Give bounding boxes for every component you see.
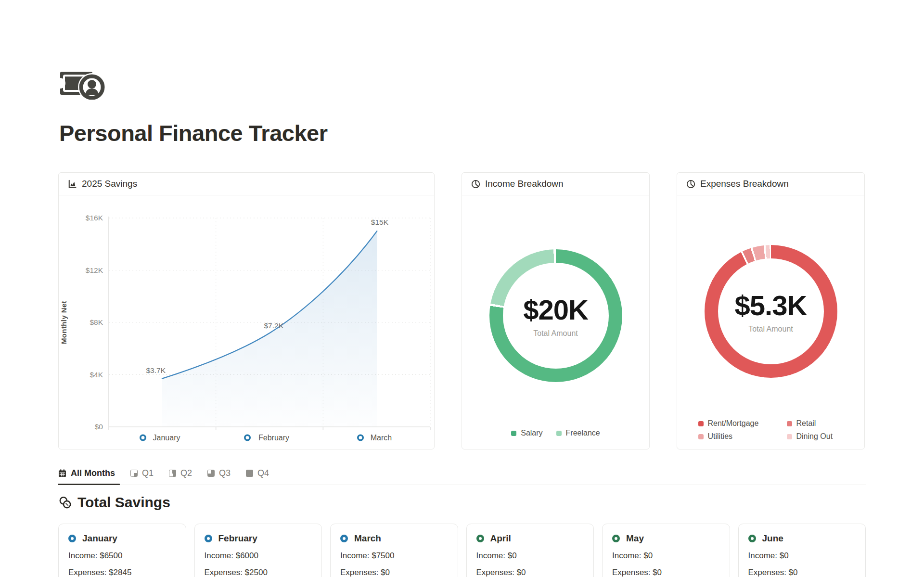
month-card-title: March — [340, 533, 448, 544]
month-name: May — [626, 533, 644, 544]
month-card-june[interactable]: June Income: $0 Expenses: $0 Net: $0 — [738, 524, 866, 577]
month-marker-icon — [340, 535, 348, 542]
tab-q4[interactable]: Q4 — [246, 465, 270, 485]
income-line: Income: $0 — [612, 551, 720, 561]
legend-label: Salary — [521, 429, 542, 437]
retail-swatch-icon — [787, 421, 792, 426]
tab-all-months[interactable]: All Months — [58, 465, 116, 485]
charts-row: 2025 Savings — [58, 172, 866, 449]
income-donut-center: $20K Total Amount — [489, 249, 622, 382]
month-card-march[interactable]: March Income: $7500 Expenses: $0 Net: $7… — [330, 524, 458, 577]
page: Personal Finance Tracker 2025 Savings — [58, 0, 866, 577]
income-donut-wrap: $20K Total Amount — [489, 249, 622, 382]
tab-q2[interactable]: Q2 — [169, 465, 193, 485]
point-label-january: $3.7K — [146, 366, 166, 374]
banknote-portrait-icon — [60, 67, 108, 100]
legend-item-dining[interactable]: Dining Out — [787, 432, 844, 441]
pie-chart-icon — [471, 180, 480, 189]
expenses-line: Expenses: $0 — [476, 568, 584, 577]
legend-label: Rent/Mortgage — [708, 419, 759, 428]
month-marker-icon — [205, 535, 212, 542]
legend-label: Freelance — [566, 429, 600, 437]
area-chart-icon — [68, 180, 77, 189]
savings-chart-card: 2025 Savings — [58, 172, 435, 449]
tab-q3[interactable]: Q3 — [207, 465, 231, 485]
income-line: Income: $0 — [748, 551, 856, 561]
income-legend: Salary Freelance — [462, 429, 649, 437]
tab-label: Q2 — [180, 468, 192, 478]
y-axis-label: Monthly Net — [60, 301, 68, 344]
march-marker-icon — [358, 435, 363, 440]
legend-label: Utilities — [708, 432, 733, 441]
income-line: Income: $6500 — [68, 551, 176, 561]
x-axis-labels: January February March — [141, 434, 392, 442]
month-card-may[interactable]: May Income: $0 Expenses: $0 Net: $0 — [602, 524, 730, 577]
legend-item-utilities[interactable]: Utilities — [698, 432, 787, 441]
utilities-swatch-icon — [698, 434, 704, 439]
quarter-4-icon — [246, 470, 253, 477]
filter-tabs: All Months Q1 Q2 Q3 Q4 — [58, 465, 866, 485]
month-marker-icon — [68, 535, 76, 542]
month-name: January — [82, 533, 117, 544]
legend-item-salary[interactable]: Salary — [511, 429, 542, 437]
y-tick: $0 — [95, 423, 103, 431]
tab-label: Q4 — [257, 468, 269, 478]
month-name: April — [490, 533, 511, 544]
expenses-card-title: Expenses Breakdown — [700, 179, 789, 189]
expenses-donut-wrap: $5.3K Total Amount — [705, 245, 837, 378]
expenses-line: Expenses: $2845 — [68, 568, 176, 577]
expenses-line: Expenses: $2500 — [205, 568, 312, 577]
x-label-february: February — [258, 434, 289, 442]
pie-chart-icon — [686, 180, 695, 189]
expenses-breakdown-card: Expenses Breakdown $5.3K Total Amount Re… — [677, 172, 865, 449]
expenses-donut-center: $5.3K Total Amount — [705, 245, 837, 378]
month-card-february[interactable]: February Income: $6000 Expenses: $2500 N… — [194, 524, 322, 577]
coins-icon — [59, 496, 72, 509]
expenses-line: Expenses: $0 — [340, 568, 448, 577]
legend-item-freelance[interactable]: Freelance — [556, 429, 600, 437]
y-tick: $8K — [90, 318, 103, 326]
tab-label: All Months — [71, 468, 115, 478]
savings-line-chart[interactable]: $16K $12K $8K $4K $0 Monthly Net $3.7K $… — [59, 195, 434, 449]
expenses-total: $5.3K — [735, 289, 807, 321]
legend-label: Retail — [796, 419, 816, 428]
income-card-title: Income Breakdown — [485, 179, 564, 189]
calendar-icon — [58, 469, 66, 477]
expenses-line: Expenses: $0 — [748, 568, 856, 577]
quarter-2-icon — [169, 470, 176, 477]
dining-swatch-icon — [787, 434, 792, 439]
page-title: Personal Finance Tracker — [59, 120, 866, 146]
legend-item-rent[interactable]: Rent/Mortgage — [698, 419, 787, 428]
total-savings-heading: Total Savings — [59, 494, 866, 511]
month-card-april[interactable]: April Income: $0 Expenses: $0 Net: $0 — [466, 524, 594, 577]
expenses-total-caption: Total Amount — [748, 325, 793, 333]
month-marker-icon — [476, 535, 484, 542]
january-marker-icon — [141, 435, 145, 440]
y-tick: $16K — [86, 214, 103, 222]
february-marker-icon — [245, 435, 250, 440]
expenses-legend: Rent/Mortgage Retail Utilities Dining Ou… — [677, 419, 864, 441]
legend-item-retail[interactable]: Retail — [787, 419, 844, 428]
month-card-title: January — [68, 533, 176, 544]
total-savings-title: Total Savings — [77, 494, 170, 511]
expenses-line: Expenses: $0 — [612, 568, 720, 577]
month-card-title: April — [476, 533, 584, 544]
month-card-title: February — [205, 533, 312, 544]
income-line: Income: $6000 — [205, 551, 312, 561]
tab-q1[interactable]: Q1 — [130, 465, 154, 485]
point-label-march: $15K — [371, 218, 389, 226]
rent-swatch-icon — [698, 421, 704, 426]
savings-card-title: 2025 Savings — [82, 179, 137, 189]
tab-label: Q3 — [219, 468, 231, 478]
income-breakdown-card: Income Breakdown $20K Total Amount Salar… — [462, 172, 650, 449]
income-line: Income: $0 — [476, 551, 584, 561]
x-label-march: March — [371, 434, 392, 442]
quarter-1-icon — [130, 470, 138, 477]
app-logo-banknote-icon — [60, 67, 866, 100]
month-card-january[interactable]: January Income: $6500 Expenses: $2845 Ne… — [58, 524, 186, 577]
tab-label: Q1 — [142, 468, 154, 478]
income-card-header: Income Breakdown — [462, 173, 649, 195]
month-marker-icon — [748, 535, 756, 542]
y-tick-labels: $16K $12K $8K $4K $0 — [86, 214, 103, 431]
y-tick: $4K — [90, 371, 103, 379]
